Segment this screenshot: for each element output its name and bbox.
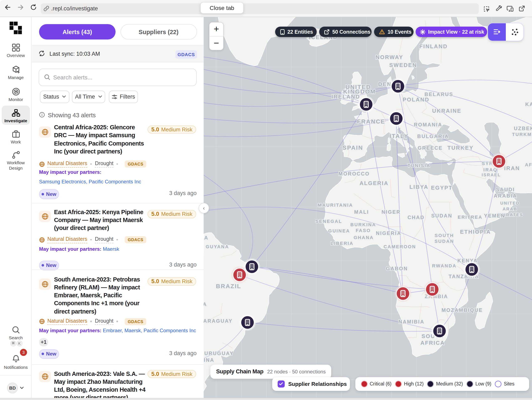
svg-text:LIBYA: LIBYA xyxy=(409,184,429,190)
svg-text:FINLAND: FINLAND xyxy=(419,43,448,49)
svg-text:GUYANA: GUYANA xyxy=(206,244,229,249)
svg-text:POLAND: POLAND xyxy=(403,96,430,103)
svg-text:BRAZIL: BRAZIL xyxy=(216,283,241,289)
svg-text:SENEGAL: SENEGAL xyxy=(316,219,342,224)
svg-text:SUDAN: SUDAN xyxy=(435,239,454,244)
svg-text:TURKEY: TURKEY xyxy=(447,144,474,151)
svg-text:AFRICA: AFRICA xyxy=(420,340,445,346)
svg-text:GREECE: GREECE xyxy=(418,145,443,150)
svg-text:IRAN: IRAN xyxy=(504,165,520,171)
svg-text:ARABIA: ARABIA xyxy=(494,193,517,198)
svg-text:BELARUS: BELARUS xyxy=(424,91,453,97)
svg-text:SOUTH: SOUTH xyxy=(435,233,454,238)
svg-text:NIGERIA: NIGERIA xyxy=(376,230,401,236)
svg-text:NORWAY: NORWAY xyxy=(375,54,403,60)
svg-text:LA: LA xyxy=(204,235,209,240)
svg-text:GUINEA: GUINEA xyxy=(328,228,350,233)
svg-text:FASO: FASO xyxy=(356,228,371,233)
svg-text:MALI: MALI xyxy=(354,209,369,214)
svg-text:IRELAND: IRELAND xyxy=(331,93,360,100)
svg-text:SPAIN: SPAIN xyxy=(342,144,363,151)
svg-text:BURKINA: BURKINA xyxy=(350,222,376,227)
svg-text:MOROCCO: MOROCCO xyxy=(339,171,370,176)
svg-text:SUDAN: SUDAN xyxy=(431,213,452,218)
svg-text:SAUDI: SAUDI xyxy=(496,187,515,192)
svg-text:ISRAEL: ISRAEL xyxy=(482,172,501,177)
svg-text:MOZAMBIQUE: MOZAMBIQUE xyxy=(442,307,483,313)
svg-text:BULGARIA: BULGARIA xyxy=(417,133,449,139)
svg-text:TURKMENIST: TURKMENIST xyxy=(512,132,532,137)
svg-text:CAMEROON: CAMEROON xyxy=(384,244,416,249)
svg-text:KA: KA xyxy=(525,101,532,107)
svg-text:UKRAINE: UKRAINE xyxy=(432,108,462,114)
svg-text:YEMEN: YEMEN xyxy=(484,213,505,218)
svg-text:PARAGUAY: PARAGUAY xyxy=(204,318,233,323)
svg-text:ALGERIA: ALGERIA xyxy=(360,180,388,186)
svg-text:ERITREA: ERITREA xyxy=(458,214,482,219)
svg-text:URUGUAY: URUGUAY xyxy=(204,350,234,356)
svg-text:LIBERIA: LIBERIA xyxy=(331,240,354,246)
svg-text:UZBEK: UZBEK xyxy=(514,125,532,131)
svg-text:TUNISIA: TUNISIA xyxy=(407,163,430,168)
svg-text:INA: INA xyxy=(204,357,215,363)
svg-text:SWEDEN: SWEDEN xyxy=(389,62,417,68)
svg-text:RWANDA: RWANDA xyxy=(432,263,456,268)
svg-text:GABON: GABON xyxy=(386,265,408,271)
svg-text:MAURITANIA: MAURITANIA xyxy=(318,202,353,207)
svg-text:NIGER: NIGER xyxy=(381,209,401,214)
svg-text:UNITED: UNITED xyxy=(500,201,520,205)
svg-text:ETHIOPIA: ETHIOPIA xyxy=(460,228,491,235)
svg-text:ARAB: ARAB xyxy=(503,206,518,211)
svg-text:A: A xyxy=(204,301,207,307)
svg-text:ROMANIA: ROMANIA xyxy=(414,122,442,127)
svg-text:ITALY: ITALY xyxy=(389,133,409,139)
svg-text:FRANCE: FRANCE xyxy=(357,118,385,124)
svg-text:EGYPT: EGYPT xyxy=(431,184,453,191)
svg-text:NAMIBIA: NAMIBIA xyxy=(398,319,424,324)
svg-text:GHANA: GHANA xyxy=(354,235,374,240)
svg-text:AFG: AFG xyxy=(525,162,532,167)
svg-text:CHAD: CHAD xyxy=(407,214,424,220)
svg-text:DEN: DEN xyxy=(378,81,392,87)
